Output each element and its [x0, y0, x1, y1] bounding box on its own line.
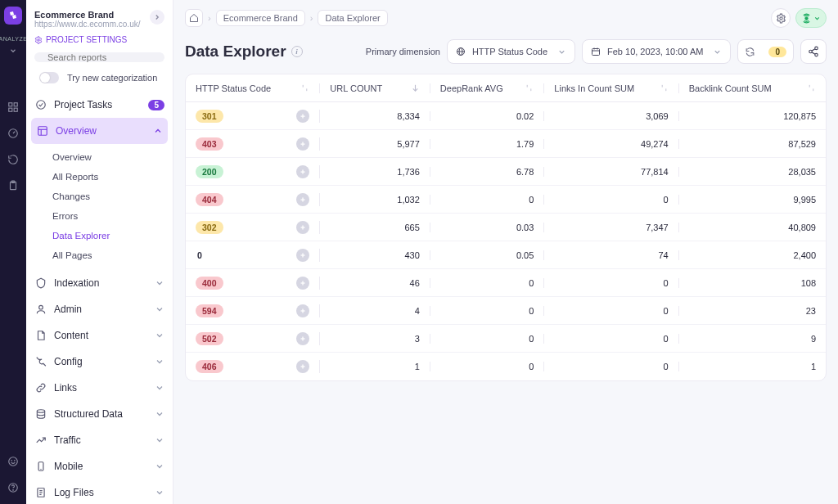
sidebar-subitem[interactable]: Errors: [34, 206, 173, 226]
nav-icon: [34, 355, 47, 368]
column-header-url-count[interactable]: URL COUNT: [320, 83, 430, 93]
table-row[interactable]: 2001,7366.7877,81428,035: [186, 158, 826, 186]
date-select[interactable]: Feb 10, 2023, 10:00 AM: [582, 39, 731, 64]
table-row[interactable]: 04300.05742,400: [186, 241, 826, 269]
categorization-toggle[interactable]: [39, 72, 59, 83]
info-icon[interactable]: i: [291, 46, 303, 57]
refresh-button[interactable]: 0: [737, 39, 794, 64]
table-row[interactable]: 3026650.037,34740,809: [186, 214, 826, 241]
status-badge: 403: [196, 137, 223, 151]
status-button[interactable]: [795, 8, 827, 28]
project-settings-link[interactable]: PROJECT SETTINGS: [26, 29, 173, 52]
cell-url-count: 3: [320, 334, 430, 344]
sidebar-item[interactable]: Config: [26, 349, 173, 375]
primary-dimension-select[interactable]: HTTP Status Code: [447, 39, 575, 64]
chevron-down-icon: [155, 278, 164, 288]
svg-point-41: [809, 50, 813, 53]
cell-deeprank: 0.05: [430, 250, 544, 260]
sidebar-item[interactable]: Traffic: [26, 427, 173, 453]
cell-links-in: 7,347: [544, 223, 678, 232]
status-badge: 502: [196, 332, 223, 345]
chevron-down-icon: [155, 435, 164, 445]
table-row[interactable]: 4035,9771.7949,27487,529: [186, 130, 826, 158]
settings-button[interactable]: [771, 8, 791, 28]
table-row[interactable]: 4004600108: [186, 269, 826, 297]
expand-row-button[interactable]: [296, 165, 309, 178]
svg-point-15: [37, 101, 46, 110]
expand-row-button[interactable]: [296, 360, 309, 373]
breadcrumb-item-page[interactable]: Data Explorer: [318, 10, 387, 26]
sidebar-item[interactable]: Mobile: [26, 453, 173, 479]
expand-row-button[interactable]: [296, 304, 309, 317]
svg-line-44: [812, 52, 815, 54]
sidebar-item-tasks[interactable]: Project Tasks 5: [26, 92, 173, 118]
tasks-count-badge: 5: [148, 100, 164, 110]
smiley-icon[interactable]: [5, 453, 21, 470]
svg-rect-36: [592, 49, 600, 56]
sidebar-subitem[interactable]: All Pages: [34, 245, 173, 265]
expand-row-button[interactable]: [296, 193, 309, 206]
gauge-icon[interactable]: [5, 125, 21, 142]
expand-row-button[interactable]: [296, 221, 309, 234]
column-header-deeprank[interactable]: DeepRank AVG: [430, 83, 544, 93]
sidebar-subitem[interactable]: All Reports: [34, 167, 173, 187]
cell-backlinks: 1: [679, 362, 826, 371]
expand-row-button[interactable]: [296, 249, 309, 262]
app-iconrail: ANALYZE: [0, 0, 26, 504]
nav-icon: [34, 277, 47, 290]
svg-line-43: [812, 49, 815, 51]
breadcrumb-home[interactable]: [185, 9, 203, 27]
cell-backlinks: 9: [679, 334, 826, 344]
project-switcher[interactable]: Ecommerce Brand https://www.dc.ecomm.co.…: [26, 8, 173, 29]
svg-point-40: [815, 47, 818, 50]
sidebar-item[interactable]: Structured Data: [26, 401, 173, 427]
help-icon[interactable]: [5, 479, 21, 496]
table-row[interactable]: 4041,032009,995: [186, 186, 826, 214]
column-header-links-in[interactable]: Links In Count SUM: [544, 83, 678, 93]
sidebar-item[interactable]: Admin: [26, 296, 173, 322]
sidebar-item[interactable]: Links: [26, 375, 173, 401]
status-badge: 404: [196, 193, 223, 206]
table-row[interactable]: 59440023: [186, 297, 826, 325]
sidebar-subitem[interactable]: Overview: [34, 147, 173, 167]
chevron-right-icon: ›: [208, 13, 211, 23]
refresh-count-badge: 0: [768, 47, 786, 57]
sidebar-subitem[interactable]: Data Explorer: [34, 226, 173, 245]
chevron-down-icon[interactable]: [9, 47, 17, 55]
sort-icon: [660, 83, 669, 92]
sidebar-item-overview[interactable]: Overview: [31, 118, 168, 144]
breadcrumb: › Ecommerce Brand › Data Explorer: [185, 9, 388, 27]
brand-logo[interactable]: [4, 7, 22, 25]
history-icon[interactable]: [5, 151, 21, 168]
share-button[interactable]: [800, 39, 827, 64]
column-header-status[interactable]: HTTP Status Code: [186, 83, 320, 93]
clipboard-icon[interactable]: [5, 178, 21, 194]
breadcrumb-item-project[interactable]: Ecommerce Brand: [216, 10, 305, 26]
expand-row-button[interactable]: [296, 110, 309, 123]
table-row[interactable]: 4061001: [186, 353, 826, 380]
column-header-backlinks[interactable]: Backlink Count SUM: [679, 83, 826, 93]
table-row[interactable]: 3018,3340.023,069120,875: [186, 102, 826, 130]
sidebar-subitem[interactable]: Changes: [34, 187, 173, 206]
chevron-up-icon: [153, 126, 163, 136]
cell-url-count: 8,334: [320, 111, 430, 121]
sidebar-item[interactable]: Content: [26, 322, 173, 349]
cell-url-count: 5,977: [320, 139, 430, 149]
cell-links-in: 49,274: [544, 139, 678, 149]
sidebar-item[interactable]: Log Files: [26, 479, 173, 504]
chevron-down-icon: [155, 383, 164, 393]
data-table: HTTP Status Code URL COUNT DeepRank AVG …: [185, 74, 827, 381]
dashboard-icon[interactable]: [5, 99, 21, 115]
chevron-right-icon: [150, 10, 164, 25]
svg-point-8: [11, 461, 12, 461]
status-badge: 0: [196, 249, 209, 262]
expand-row-button[interactable]: [296, 332, 309, 345]
chevron-down-icon: [155, 409, 164, 419]
expand-row-button[interactable]: [296, 277, 309, 290]
table-row[interactable]: 5023009: [186, 325, 826, 353]
cell-deeprank: 0.02: [430, 111, 544, 121]
sidebar-item[interactable]: Indexation: [26, 270, 173, 296]
search-input[interactable]: [34, 52, 164, 62]
chevron-down-icon: [155, 331, 164, 340]
expand-row-button[interactable]: [296, 137, 309, 151]
